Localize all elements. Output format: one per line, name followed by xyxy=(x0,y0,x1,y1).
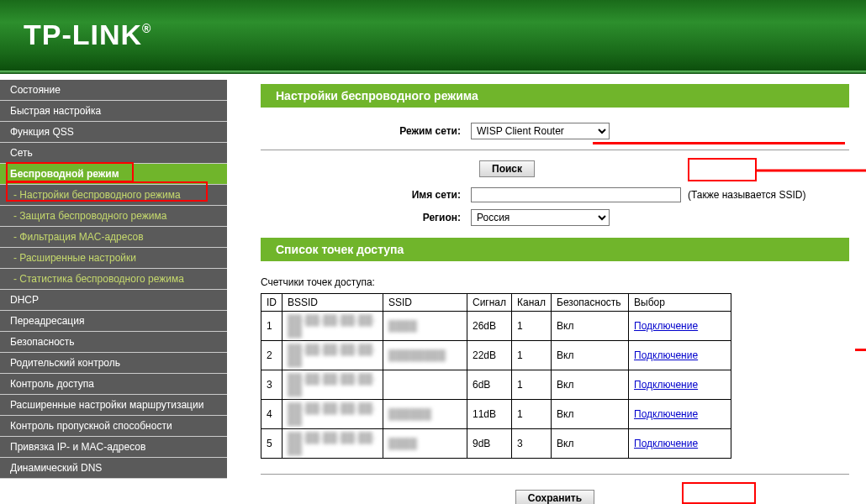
cell-security: Вкл xyxy=(552,400,629,429)
connect-link[interactable]: Подключение xyxy=(634,379,698,391)
header: TP-LINK® xyxy=(0,0,866,76)
cell-channel: 1 xyxy=(512,341,552,370)
cell-bssid: ██-██-██-██-██-██ xyxy=(283,341,383,370)
cell-security: Вкл xyxy=(552,341,629,370)
connect-link[interactable]: Подключение xyxy=(634,408,698,420)
cell-signal: 6dB xyxy=(467,370,512,400)
label-ssid: Имя сети: xyxy=(345,189,471,201)
table-row: 3██-██-██-██-██-██6dB1ВклПодключение xyxy=(261,370,731,400)
cell-ssid: ██████ xyxy=(383,400,467,429)
main-content: Настройки беспроводного режима Режим сет… xyxy=(227,76,866,504)
sidebar-subitem[interactable]: - Статистика беспроводного режима xyxy=(0,269,227,290)
cell-connect: Подключение xyxy=(629,400,731,429)
annotation-box-save xyxy=(682,482,756,504)
cell-id: 3 xyxy=(261,370,283,400)
sidebar-item[interactable]: Родительский контроль xyxy=(0,353,227,374)
cell-security: Вкл xyxy=(552,312,629,341)
annotation-underline-connect xyxy=(855,349,866,351)
save-button[interactable]: Сохранить xyxy=(515,490,594,504)
cell-signal: 26dB xyxy=(467,312,512,341)
sidebar-item[interactable]: Динамический DNS xyxy=(0,458,227,479)
th-bssid: BSSID xyxy=(283,294,383,312)
connect-link[interactable]: Подключение xyxy=(634,349,698,361)
sidebar-item[interactable]: Состояние xyxy=(0,80,227,101)
sidebar-item[interactable]: DHCP xyxy=(0,290,227,311)
table-row: 4██-██-██-██-██-████████11dB1ВклПодключе… xyxy=(261,400,731,429)
th-security: Безопасность xyxy=(552,294,629,312)
cell-id: 1 xyxy=(261,312,283,341)
cell-bssid: ██-██-██-██-██-██ xyxy=(283,400,383,429)
cell-signal: 22dB xyxy=(467,341,512,370)
cell-ssid: ████ xyxy=(383,429,467,459)
cell-bssid: ██-██-██-██-██-██ xyxy=(283,429,383,459)
input-ssid[interactable] xyxy=(471,187,681,202)
cell-channel: 3 xyxy=(512,429,552,459)
cell-channel: 1 xyxy=(512,312,552,341)
cell-ssid xyxy=(383,370,467,400)
divider xyxy=(261,150,849,150)
connect-link[interactable]: Подключение xyxy=(634,438,698,449)
sidebar-item[interactable]: Контроль пропускной способности xyxy=(0,416,227,437)
th-signal: Сигнал xyxy=(467,294,512,312)
sidebar-subitem[interactable]: - Расширенные настройки xyxy=(0,248,227,269)
cell-signal: 11dB xyxy=(467,400,512,429)
cell-id: 2 xyxy=(261,341,283,370)
cell-connect: Подключение xyxy=(629,312,731,341)
cell-security: Вкл xyxy=(552,429,629,459)
label-mode: Режим сети: xyxy=(345,125,471,137)
cell-channel: 1 xyxy=(512,370,552,400)
section-title-wireless: Настройки беспроводного режима xyxy=(261,84,849,108)
sidebar-item[interactable]: Переадресация xyxy=(0,311,227,332)
cell-connect: Подключение xyxy=(629,370,731,400)
select-region[interactable]: Россия xyxy=(471,209,610,226)
table-row: 2██-██-██-██-██-██████████22dB1ВклПодклю… xyxy=(261,341,731,370)
annotation-underline-mode xyxy=(593,142,845,144)
cell-bssid: ██-██-██-██-██-██ xyxy=(283,312,383,341)
sidebar-subitem[interactable]: - Фильтрация MAC-адресов xyxy=(0,227,227,248)
th-choice: Выбор xyxy=(629,294,731,312)
sidebar-subitem[interactable]: - Настройки беспроводного режима xyxy=(0,185,227,206)
divider xyxy=(261,474,849,475)
sidebar-item[interactable]: Контроль доступа xyxy=(0,374,227,395)
cell-id: 4 xyxy=(261,400,283,429)
search-button[interactable]: Поиск xyxy=(479,160,535,177)
cell-signal: 9dB xyxy=(467,429,512,459)
logo: TP-LINK® xyxy=(0,0,866,51)
th-channel: Канал xyxy=(512,294,552,312)
connect-link[interactable]: Подключение xyxy=(634,320,698,332)
select-mode[interactable]: WISP Client Router xyxy=(471,123,610,139)
table-row: 1██-██-██-██-██-██████26dB1ВклПодключени… xyxy=(261,312,731,341)
section-title-aplist: Список точек доступа xyxy=(261,238,849,261)
cell-security: Вкл xyxy=(552,370,629,400)
sidebar-item[interactable]: Безопасность xyxy=(0,332,227,353)
cell-ssid: ████████ xyxy=(383,341,467,370)
ap-table: ID BSSID SSID Сигнал Канал Безопасность … xyxy=(261,293,731,459)
cell-bssid: ██-██-██-██-██-██ xyxy=(283,370,383,400)
ap-counter-label: Счетчики точек доступа: xyxy=(261,276,849,288)
sidebar-item[interactable]: Функция QSS xyxy=(0,122,227,143)
sidebar-item[interactable]: Беспроводной режим xyxy=(0,164,227,185)
table-header-row: ID BSSID SSID Сигнал Канал Безопасность … xyxy=(261,294,731,312)
cell-id: 5 xyxy=(261,429,283,459)
sidebar-item[interactable]: Сеть xyxy=(0,143,227,164)
table-row: 5██-██-██-██-██-██████9dB3ВклПодключение xyxy=(261,429,731,459)
cell-connect: Подключение xyxy=(629,429,731,459)
sidebar: СостояниеБыстрая настройкаФункция QSSСет… xyxy=(0,76,227,504)
sidebar-item[interactable]: Привязка IP- и MAC-адресов xyxy=(0,437,227,458)
cell-connect: Подключение xyxy=(629,341,731,370)
sidebar-item[interactable]: Быстрая настройка xyxy=(0,101,227,122)
sidebar-subitem[interactable]: - Защита беспроводного режима xyxy=(0,206,227,227)
annotation-box-search xyxy=(688,158,757,181)
cell-ssid: ████ xyxy=(383,312,467,341)
th-ssid: SSID xyxy=(383,294,467,312)
sidebar-item[interactable]: Расширенные настройки маршрутизации xyxy=(0,395,227,416)
label-region: Регион: xyxy=(345,212,471,223)
cell-channel: 1 xyxy=(512,400,552,429)
th-id: ID xyxy=(261,294,283,312)
ssid-hint: (Также называется SSID) xyxy=(688,189,805,201)
